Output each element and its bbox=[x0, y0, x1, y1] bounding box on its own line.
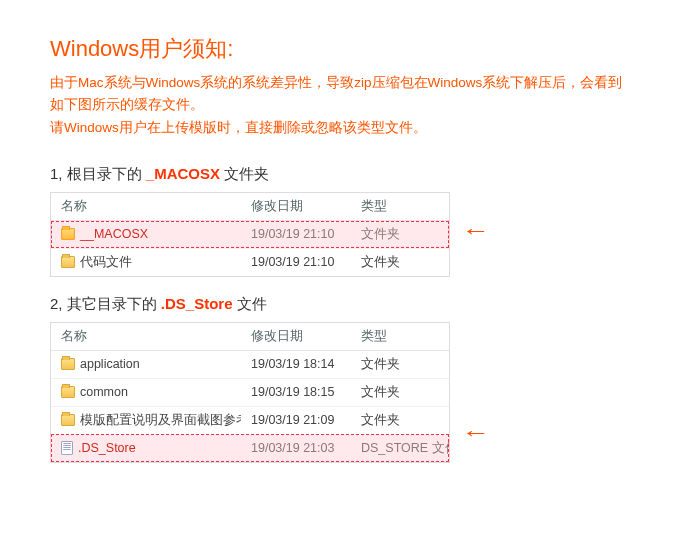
folder-icon bbox=[61, 228, 75, 240]
cell-date: 19/03/19 18:14 bbox=[241, 352, 351, 376]
cell-name: application bbox=[51, 352, 241, 376]
description-line1: 由于Mac系统与Windows系统的系统差异性，导致zip压缩包在Windows… bbox=[50, 75, 622, 112]
section-2-suffix: 文件 bbox=[233, 295, 267, 312]
table-1-body: __MACOSX19/03/19 21:10文件夹代码文件19/03/19 21… bbox=[51, 221, 449, 276]
file-name: common bbox=[80, 385, 128, 399]
cell-type: 文件夹 bbox=[351, 221, 449, 248]
table-2-wrap: 名称 修改日期 类型 application19/03/19 18:14文件夹c… bbox=[50, 322, 630, 463]
table-row: .DS_Store19/03/19 21:03DS_STORE 文件 bbox=[51, 434, 449, 462]
cell-type: 文件夹 bbox=[351, 351, 449, 378]
col-name: 名称 bbox=[51, 323, 241, 350]
folder-icon bbox=[61, 256, 75, 268]
section-1-highlight: _MACOSX bbox=[146, 165, 220, 182]
col-type: 类型 bbox=[351, 193, 449, 220]
col-date: 修改日期 bbox=[241, 193, 351, 220]
arrow-icon: ← bbox=[462, 422, 491, 444]
table-1: 名称 修改日期 类型 __MACOSX19/03/19 21:10文件夹代码文件… bbox=[50, 192, 450, 277]
table-row: application19/03/19 18:14文件夹 bbox=[51, 351, 449, 378]
arrow-icon: ← bbox=[462, 220, 491, 242]
cell-name: __MACOSX bbox=[51, 222, 241, 246]
table-header: 名称 修改日期 类型 bbox=[51, 323, 449, 351]
table-1-wrap: 名称 修改日期 类型 __MACOSX19/03/19 21:10文件夹代码文件… bbox=[50, 192, 630, 277]
file-name: application bbox=[80, 357, 140, 371]
table-header: 名称 修改日期 类型 bbox=[51, 193, 449, 221]
cell-date: 19/03/19 21:10 bbox=[241, 250, 351, 274]
section-2-highlight: .DS_Store bbox=[161, 295, 233, 312]
cell-name: 模版配置说明及界面截图参考 bbox=[51, 407, 241, 434]
folder-icon bbox=[61, 414, 75, 426]
col-date: 修改日期 bbox=[241, 323, 351, 350]
cell-date: 19/03/19 21:03 bbox=[241, 436, 351, 460]
file-name: .DS_Store bbox=[78, 441, 136, 455]
cell-name: common bbox=[51, 380, 241, 404]
cell-type: 文件夹 bbox=[351, 249, 449, 276]
cell-date: 19/03/19 21:10 bbox=[241, 222, 351, 246]
description-line2: 请Windows用户在上传模版时，直接删除或忽略该类型文件。 bbox=[50, 120, 427, 135]
section-1-prefix: 1, 根目录下的 bbox=[50, 165, 146, 182]
file-name: 模版配置说明及界面截图参考 bbox=[80, 412, 241, 429]
cell-date: 19/03/19 18:15 bbox=[241, 380, 351, 404]
col-name: 名称 bbox=[51, 193, 241, 220]
file-name: __MACOSX bbox=[80, 227, 148, 241]
table-row: 模版配置说明及界面截图参考19/03/19 21:09文件夹 bbox=[51, 406, 449, 434]
col-type: 类型 bbox=[351, 323, 449, 350]
table-2-body: application19/03/19 18:14文件夹common19/03/… bbox=[51, 351, 449, 462]
table-row: 代码文件19/03/19 21:10文件夹 bbox=[51, 248, 449, 276]
cell-date: 19/03/19 21:09 bbox=[241, 408, 351, 432]
table-2: 名称 修改日期 类型 application19/03/19 18:14文件夹c… bbox=[50, 322, 450, 463]
section-2-heading: 2, 其它目录下的 .DS_Store 文件 bbox=[50, 295, 630, 314]
file-name: 代码文件 bbox=[80, 254, 132, 271]
page-title: Windows用户须知: bbox=[50, 34, 630, 64]
folder-icon bbox=[61, 386, 75, 398]
cell-type: 文件夹 bbox=[351, 407, 449, 434]
folder-icon bbox=[61, 358, 75, 370]
section-1-heading: 1, 根目录下的 _MACOSX 文件夹 bbox=[50, 165, 630, 184]
cell-type: DS_STORE 文件 bbox=[351, 435, 449, 462]
file-icon bbox=[61, 441, 73, 455]
description: 由于Mac系统与Windows系统的系统差异性，导致zip压缩包在Windows… bbox=[50, 72, 630, 139]
cell-name: .DS_Store bbox=[51, 436, 241, 460]
cell-name: 代码文件 bbox=[51, 249, 241, 276]
cell-type: 文件夹 bbox=[351, 379, 449, 406]
section-2-prefix: 2, 其它目录下的 bbox=[50, 295, 161, 312]
table-row: __MACOSX19/03/19 21:10文件夹 bbox=[51, 221, 449, 248]
section-1-suffix: 文件夹 bbox=[220, 165, 269, 182]
table-row: common19/03/19 18:15文件夹 bbox=[51, 378, 449, 406]
